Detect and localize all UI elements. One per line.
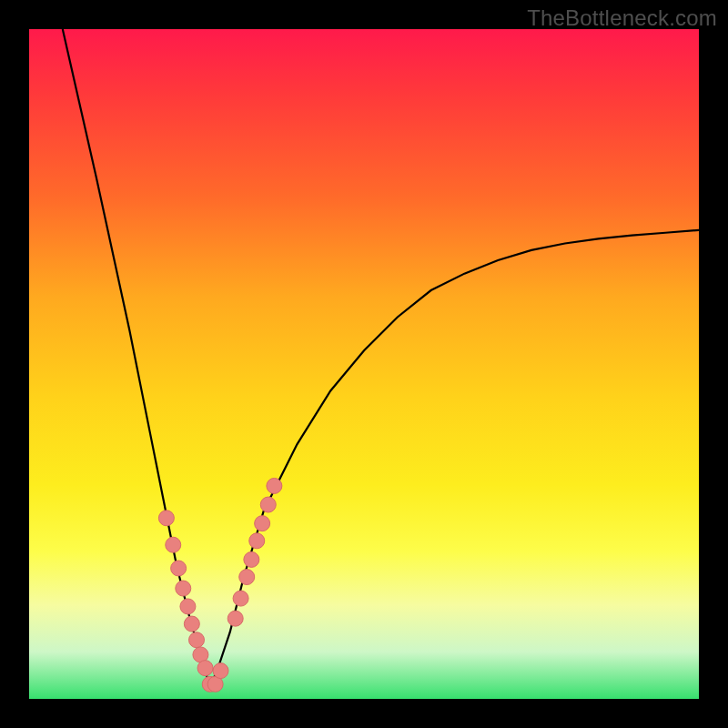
marker-point — [189, 632, 205, 648]
marker-point — [228, 611, 243, 626]
plot-area — [29, 29, 699, 699]
watermark-text: TheBottleneck.com — [527, 5, 717, 31]
chart-frame: TheBottleneck.com — [0, 0, 728, 728]
bottleneck-curve — [63, 29, 699, 685]
marker-point — [171, 561, 187, 576]
marker-point — [267, 478, 282, 493]
marker-point — [176, 581, 191, 596]
marker-point — [213, 663, 228, 679]
marker-point — [233, 591, 248, 606]
marker-point — [255, 516, 270, 531]
marker-point — [197, 661, 213, 676]
marker-point — [158, 511, 174, 526]
marker-point — [184, 616, 199, 632]
marker-point — [239, 570, 255, 585]
marker-point — [166, 537, 181, 552]
marker-point — [249, 533, 265, 549]
marker-point — [180, 599, 196, 614]
marker-point — [260, 497, 276, 512]
curve-layer — [29, 29, 699, 699]
marker-point — [244, 551, 259, 567]
